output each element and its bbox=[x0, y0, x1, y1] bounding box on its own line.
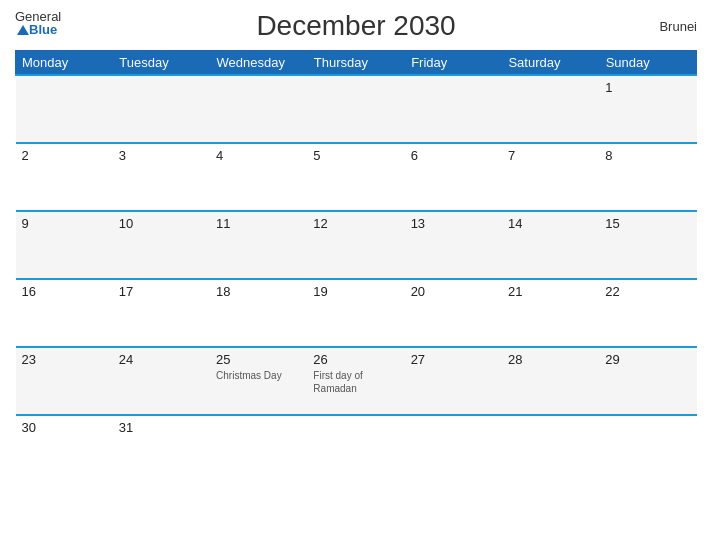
header-sunday: Sunday bbox=[599, 51, 696, 76]
calendar-day-cell: 16 bbox=[16, 279, 113, 347]
calendar-week-row: 1 bbox=[16, 75, 697, 143]
logo-triangle-icon bbox=[17, 25, 29, 35]
calendar-day-cell bbox=[210, 75, 307, 143]
calendar-day-cell: 18 bbox=[210, 279, 307, 347]
calendar-day-cell: 15 bbox=[599, 211, 696, 279]
header-tuesday: Tuesday bbox=[113, 51, 210, 76]
day-number: 25 bbox=[216, 352, 301, 367]
day-number: 28 bbox=[508, 352, 593, 367]
calendar-day-cell bbox=[307, 75, 404, 143]
calendar-day-cell: 14 bbox=[502, 211, 599, 279]
day-number: 30 bbox=[22, 420, 107, 435]
calendar-day-cell: 25Christmas Day bbox=[210, 347, 307, 415]
calendar-title: December 2030 bbox=[256, 10, 455, 42]
day-number: 22 bbox=[605, 284, 690, 299]
calendar-day-cell: 6 bbox=[405, 143, 502, 211]
day-number: 26 bbox=[313, 352, 398, 367]
header-friday: Friday bbox=[405, 51, 502, 76]
calendar-container: General Blue December 2030 Brunei Monday… bbox=[0, 0, 712, 550]
logo: General Blue bbox=[15, 10, 61, 36]
calendar-day-cell: 26First day of Ramadan bbox=[307, 347, 404, 415]
logo-blue-text: Blue bbox=[29, 23, 57, 36]
day-number: 31 bbox=[119, 420, 204, 435]
day-number: 3 bbox=[119, 148, 204, 163]
calendar-header: General Blue December 2030 Brunei bbox=[15, 10, 697, 42]
calendar-day-cell: 30 bbox=[16, 415, 113, 483]
calendar-week-row: 2345678 bbox=[16, 143, 697, 211]
calendar-day-cell: 1 bbox=[599, 75, 696, 143]
day-number: 1 bbox=[605, 80, 690, 95]
header-thursday: Thursday bbox=[307, 51, 404, 76]
day-number: 21 bbox=[508, 284, 593, 299]
calendar-day-cell: 17 bbox=[113, 279, 210, 347]
day-number: 5 bbox=[313, 148, 398, 163]
calendar-day-cell: 7 bbox=[502, 143, 599, 211]
day-number: 12 bbox=[313, 216, 398, 231]
day-number: 4 bbox=[216, 148, 301, 163]
day-number: 17 bbox=[119, 284, 204, 299]
calendar-day-cell: 4 bbox=[210, 143, 307, 211]
calendar-day-cell: 27 bbox=[405, 347, 502, 415]
calendar-week-row: 232425Christmas Day26First day of Ramada… bbox=[16, 347, 697, 415]
day-number: 2 bbox=[22, 148, 107, 163]
calendar-day-cell: 23 bbox=[16, 347, 113, 415]
header-monday: Monday bbox=[16, 51, 113, 76]
day-number: 8 bbox=[605, 148, 690, 163]
calendar-day-cell: 12 bbox=[307, 211, 404, 279]
country-label: Brunei bbox=[659, 19, 697, 34]
calendar-day-cell: 31 bbox=[113, 415, 210, 483]
day-number: 19 bbox=[313, 284, 398, 299]
calendar-day-cell: 21 bbox=[502, 279, 599, 347]
day-number: 27 bbox=[411, 352, 496, 367]
event-label: First day of Ramadan bbox=[313, 369, 398, 395]
calendar-day-cell bbox=[502, 75, 599, 143]
day-number: 24 bbox=[119, 352, 204, 367]
calendar-day-cell: 10 bbox=[113, 211, 210, 279]
calendar-day-cell: 5 bbox=[307, 143, 404, 211]
day-number: 23 bbox=[22, 352, 107, 367]
day-number: 7 bbox=[508, 148, 593, 163]
calendar-week-row: 3031 bbox=[16, 415, 697, 483]
calendar-week-row: 16171819202122 bbox=[16, 279, 697, 347]
calendar-day-cell: 9 bbox=[16, 211, 113, 279]
day-number: 18 bbox=[216, 284, 301, 299]
calendar-day-cell: 13 bbox=[405, 211, 502, 279]
calendar-table: Monday Tuesday Wednesday Thursday Friday… bbox=[15, 50, 697, 483]
day-number: 20 bbox=[411, 284, 496, 299]
day-number: 29 bbox=[605, 352, 690, 367]
weekday-header-row: Monday Tuesday Wednesday Thursday Friday… bbox=[16, 51, 697, 76]
day-number: 14 bbox=[508, 216, 593, 231]
calendar-day-cell: 19 bbox=[307, 279, 404, 347]
day-number: 15 bbox=[605, 216, 690, 231]
calendar-day-cell: 2 bbox=[16, 143, 113, 211]
day-number: 9 bbox=[22, 216, 107, 231]
calendar-day-cell bbox=[307, 415, 404, 483]
calendar-day-cell: 22 bbox=[599, 279, 696, 347]
calendar-day-cell bbox=[502, 415, 599, 483]
calendar-day-cell: 3 bbox=[113, 143, 210, 211]
event-label: Christmas Day bbox=[216, 369, 301, 382]
calendar-day-cell: 20 bbox=[405, 279, 502, 347]
calendar-day-cell bbox=[210, 415, 307, 483]
calendar-day-cell: 11 bbox=[210, 211, 307, 279]
day-number: 16 bbox=[22, 284, 107, 299]
calendar-day-cell bbox=[113, 75, 210, 143]
calendar-day-cell: 8 bbox=[599, 143, 696, 211]
header-saturday: Saturday bbox=[502, 51, 599, 76]
calendar-day-cell: 24 bbox=[113, 347, 210, 415]
calendar-week-row: 9101112131415 bbox=[16, 211, 697, 279]
day-number: 13 bbox=[411, 216, 496, 231]
header-wednesday: Wednesday bbox=[210, 51, 307, 76]
day-number: 10 bbox=[119, 216, 204, 231]
calendar-day-cell: 28 bbox=[502, 347, 599, 415]
calendar-day-cell bbox=[405, 75, 502, 143]
calendar-day-cell bbox=[16, 75, 113, 143]
calendar-day-cell bbox=[599, 415, 696, 483]
calendar-day-cell bbox=[405, 415, 502, 483]
day-number: 11 bbox=[216, 216, 301, 231]
calendar-day-cell: 29 bbox=[599, 347, 696, 415]
day-number: 6 bbox=[411, 148, 496, 163]
